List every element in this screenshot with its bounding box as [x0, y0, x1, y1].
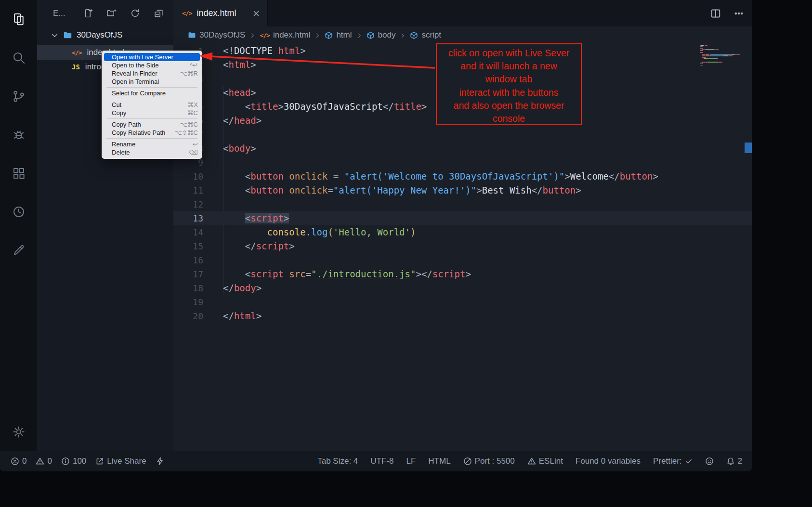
tab-title: index.html — [196, 8, 236, 18]
line-number: 10 — [173, 169, 203, 183]
status-lf[interactable]: LF — [406, 456, 416, 466]
code-line-14[interactable]: 14 console.log('Hello, World') — [173, 225, 752, 239]
menu-item-label: Copy — [112, 109, 182, 117]
menu-separator — [106, 99, 197, 99]
activity-extensions-icon[interactable] — [0, 154, 37, 193]
code-text — [203, 253, 223, 267]
activity-live-share-pen-icon[interactable] — [0, 231, 37, 270]
breadcrumb-label: index.html — [273, 30, 310, 40]
status-port-5500[interactable]: Port : 5500 — [463, 456, 515, 466]
status-0[interactable]: 0 — [11, 456, 26, 466]
status-html[interactable]: HTML — [428, 456, 450, 466]
menu-item-shortcut: ⌘C — [187, 109, 198, 117]
activity-timeline-clock-icon[interactable] — [0, 193, 37, 231]
status-label: Prettier: — [653, 456, 682, 466]
code-line-8[interactable]: 8<body> — [173, 142, 752, 156]
warn-icon — [527, 457, 536, 466]
code-text: <!DOCTYPE html> — [203, 44, 306, 58]
breadcrumb-body[interactable]: body — [367, 30, 396, 40]
status-found-0-variables[interactable]: Found 0 variables — [576, 456, 641, 466]
code-line-15[interactable]: 15 </script> — [173, 239, 752, 253]
activity-search-icon[interactable] — [0, 39, 37, 77]
code-line-11[interactable]: 11 <button onclick="alert('Happy New Yea… — [173, 183, 752, 197]
breadcrumb-script[interactable]: script — [410, 30, 441, 40]
code-text: <head> — [203, 86, 256, 100]
status-label: 2 — [738, 456, 742, 466]
code-text — [203, 295, 223, 309]
warn-icon — [36, 457, 44, 466]
menu-item-label: Select for Compare — [112, 90, 192, 97]
status-label: Port : 5500 — [475, 456, 515, 466]
status-tab-size-4[interactable]: Tab Size: 4 — [317, 456, 358, 466]
code-text: <html> — [203, 58, 256, 72]
menu-item-delete[interactable]: Delete⌫ — [102, 148, 202, 156]
code-line-20[interactable]: 20</html> — [173, 309, 752, 323]
folder-label: 30DaysOfJS — [77, 30, 122, 40]
menu-item-label: Copy Path — [112, 121, 174, 128]
status-0[interactable]: 0 — [36, 456, 52, 466]
menu-item-copy-relative-path[interactable]: Copy Relative Path⌥⇧⌘C — [102, 129, 202, 137]
code-text: <button onclick="alert('Happy New Year!'… — [203, 183, 581, 197]
breadcrumb-label: body — [378, 30, 396, 40]
menu-item-copy-path[interactable]: Copy Path⌥⌘C — [102, 120, 202, 129]
activity-run-debug-icon[interactable] — [0, 116, 37, 154]
status-smiley[interactable] — [705, 457, 714, 466]
close-tab-icon[interactable] — [252, 9, 261, 18]
code-line-13[interactable]: 13 <script> — [173, 211, 752, 225]
code-line-16[interactable]: 16 — [173, 253, 752, 267]
crumbsep-icon — [399, 32, 406, 39]
status-100[interactable]: 100 — [61, 456, 86, 466]
menu-item-rename[interactable]: Rename↩ — [102, 140, 202, 148]
menu-item-copy[interactable]: Copy⌘C — [102, 109, 202, 117]
code-line-19[interactable]: 19 — [173, 295, 752, 309]
folder-row-30daysofjs[interactable]: 30DaysOfJS — [37, 28, 173, 42]
breadcrumb-30daysofjs[interactable]: 30DaysOfJS — [188, 30, 245, 40]
status-bolt[interactable] — [156, 457, 164, 466]
check-icon — [685, 457, 693, 465]
menu-item-open-to-the-side[interactable]: Open to the Side^↵ — [102, 61, 202, 69]
menu-item-open-in-terminal[interactable]: Open in Terminal — [102, 78, 202, 86]
activity-explorer-icon[interactable] — [0, 0, 37, 39]
menu-item-select-for-compare[interactable]: Select for Compare — [102, 89, 202, 97]
code-line-18[interactable]: 18</body> — [173, 281, 752, 295]
menu-item-shortcut: ⌥⇧⌘C — [175, 129, 198, 136]
more-actions-icon[interactable] — [733, 8, 744, 19]
split-editor-icon[interactable] — [710, 8, 721, 19]
status-2[interactable]: 2 — [726, 456, 742, 466]
code-text — [203, 156, 223, 169]
breadcrumb-index-html[interactable]: </>index.html — [260, 30, 310, 40]
crumbsep-icon — [356, 32, 363, 39]
minimap[interactable] — [700, 45, 744, 66]
menu-item-label: Reveal in Finder — [112, 70, 174, 77]
line-number: 13 — [173, 211, 203, 225]
minimap-line — [700, 65, 744, 66]
activity-source-control-icon[interactable] — [0, 77, 37, 116]
menu-item-cut[interactable]: Cut⌘X — [102, 101, 202, 109]
code-line-17[interactable]: 17 <script src="./introduction.js"></scr… — [173, 267, 752, 281]
status-live-share[interactable]: Live Share — [95, 456, 146, 466]
code-line-12[interactable]: 12 — [173, 197, 752, 211]
activity-settings-gear-icon[interactable] — [0, 413, 37, 451]
annotation-text-line: click on open with Live Sever — [437, 47, 581, 60]
status-utf-8[interactable]: UTF-8 — [370, 456, 393, 466]
code-line-7[interactable]: 7 — [173, 128, 752, 142]
tab-index-html[interactable]: </> index.html — [173, 0, 268, 26]
code-line-9[interactable]: 9 — [173, 156, 752, 169]
annotation-text-line: console — [437, 112, 581, 125]
status-prettier[interactable]: Prettier: — [653, 456, 693, 466]
new-file-icon[interactable] — [83, 8, 93, 18]
menu-item-open-with-live-server[interactable]: Open with Live Server — [104, 53, 200, 61]
code-line-10[interactable]: 10 <button onclick = "alert('Welcome to … — [173, 169, 752, 183]
new-folder-icon[interactable] — [106, 8, 117, 18]
collapse-folders-icon[interactable] — [154, 8, 164, 18]
refresh-explorer-icon[interactable] — [130, 8, 140, 18]
line-number: 11 — [173, 183, 203, 197]
scrollbar-marker[interactable] — [745, 143, 752, 153]
menu-item-label: Cut — [112, 101, 182, 108]
status-eslint[interactable]: ESLint — [527, 456, 563, 466]
menu-item-reveal-in-finder[interactable]: Reveal in Finder⌥⌘R — [102, 69, 202, 78]
breadcrumb-html[interactable]: html — [325, 30, 352, 40]
menu-item-label: Copy Relative Path — [112, 129, 169, 136]
menu-item-label: Delete — [112, 149, 183, 156]
activity-bar — [0, 0, 37, 451]
